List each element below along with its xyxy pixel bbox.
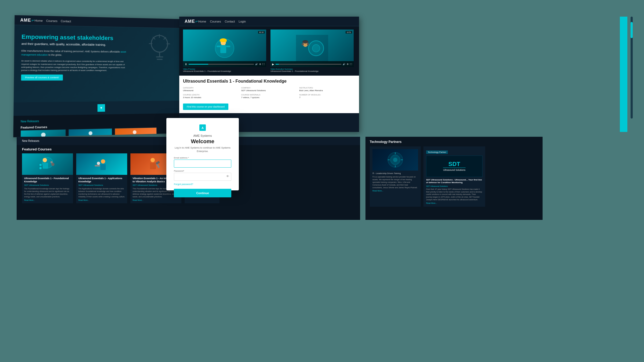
svg-point-13 xyxy=(89,131,92,135)
bg-website-left: AME ⌐ Home Courses Contact Empowering as… xyxy=(13,15,183,137)
worker-illustration xyxy=(208,35,241,62)
svg-point-40 xyxy=(101,159,105,164)
bottom-card-1-read-more[interactable]: Read More... xyxy=(24,199,71,201)
sdt-logo-area: SDT Ultrasound Solutions xyxy=(426,156,482,177)
video-exec-progress-bar[interactable] xyxy=(276,64,341,65)
main-nav: AME ⌐ Home Courses Contact Login xyxy=(179,17,359,26)
bg-logo: AME ⌐ xyxy=(20,17,35,23)
conscious-badge: ® - Leadership Driven Taining xyxy=(372,172,418,175)
preview-cta-button[interactable]: Preview all courses & content! xyxy=(21,75,63,81)
main-nav-login[interactable]: Login xyxy=(239,20,246,23)
bottom-card-1-title: Ultrasound Essentials 1 - Foundational K… xyxy=(24,177,71,183)
video-exec-controls[interactable]: ▶ 🔊 ⚙ ⛶ xyxy=(270,61,354,67)
fullscreen-icon[interactable]: ⛶ xyxy=(262,63,265,65)
bg-card-3-img xyxy=(115,128,157,137)
partner-card-sdt[interactable]: Technology Partner SDT Ultrasound Soluti… xyxy=(423,146,485,207)
bottom-card-1-desc: The Foundational Knowledge domain lays t… xyxy=(24,187,71,198)
video-preview-caption: Video Preview: Ultrasound Essentials 1 -… xyxy=(183,67,268,72)
bg-nav-links: Home Courses Contact xyxy=(35,19,71,23)
bottom-card-2[interactable]: Ultrasound Essentials 1 - Applications K… xyxy=(76,153,127,203)
forgot-password-link[interactable]: Forgot password? xyxy=(174,183,231,186)
card1-illustration xyxy=(37,155,58,173)
sdt-company: SDT Ultrasound Solutions xyxy=(426,185,482,187)
meta-category: Category: Ultrasound xyxy=(183,87,239,92)
video-preview-thumb[interactable]: 00:32 ⏸ 🔊 ⚙ ⛶ xyxy=(183,29,266,67)
conscious-logo-svg xyxy=(379,150,411,169)
modal-logo-svg: A xyxy=(199,124,206,131)
email-input[interactable] xyxy=(174,160,231,168)
volume-icon[interactable]: 🔊 xyxy=(255,63,258,65)
show-password-icon[interactable]: 👁 xyxy=(226,175,229,178)
bottom-card-3-read-more[interactable]: Read More... xyxy=(133,199,179,201)
svg-rect-21 xyxy=(220,40,227,42)
main-nav-home[interactable]: Home xyxy=(198,20,206,23)
password-input[interactable] xyxy=(174,173,231,181)
svg-text:A: A xyxy=(202,126,204,130)
scrollbar-thumb[interactable] xyxy=(631,22,633,38)
meta-materials: Course Materials: 7 videos, 7 quizzes xyxy=(241,94,297,99)
continue-button[interactable]: Continue xyxy=(174,189,231,197)
modal-title: Welcome xyxy=(174,138,231,145)
video-progress-bar[interactable] xyxy=(189,64,254,65)
dashboard-button[interactable]: Find this course on your dashboard xyxy=(183,104,228,110)
sdt-read-more[interactable]: Read More... xyxy=(426,202,482,204)
main-nav-courses[interactable]: Courses xyxy=(210,20,221,23)
bottom-card-2-read-more[interactable]: Read More... xyxy=(78,199,125,201)
bg-card-1-img xyxy=(21,130,65,137)
video-time-badge: 00:32 xyxy=(258,31,265,34)
course-detail: Ultrasound Essentials 1 - Foundational K… xyxy=(179,76,359,113)
partner-card-conscious[interactable]: ® - Leadership Driven Taining ® is a spe… xyxy=(370,146,421,207)
settings-icon[interactable]: ⚙ xyxy=(259,63,261,65)
bg-card-1[interactable]: Ultrasound Essentials 1 - Foundational K… xyxy=(20,129,66,137)
sdt-logo-text: SDT xyxy=(443,161,465,167)
new-releases-text: New Releases xyxy=(22,139,39,142)
sdt-subtitle: Ultrasound Solutions xyxy=(443,168,465,171)
main-nav-contact[interactable]: Contact xyxy=(225,20,235,23)
svg-point-42 xyxy=(97,162,100,165)
video-preview-title: Ultrasound Essentials 1 - Foundational K… xyxy=(183,70,268,72)
bg-nav-home[interactable]: Home xyxy=(35,19,43,22)
svg-point-27 xyxy=(312,45,320,52)
bottom-card-1[interactable]: Ultrasound Essentials 1 - Foundational K… xyxy=(22,153,73,203)
bottom-card-2-body: Ultrasound Essentials 1 - Applications K… xyxy=(76,175,127,203)
meta-length-value: 3 hours 10 minutes xyxy=(183,96,239,99)
svg-point-31 xyxy=(307,43,309,45)
videos-row: 00:32 ⏸ 🔊 ⚙ ⛶ Video Preview: Ultrasound … xyxy=(179,26,359,76)
bottom-card-2-company: SDT Ultrasound Solutions xyxy=(78,184,125,186)
main-website: AME ⌐ Home Courses Contact Login xyxy=(179,17,359,132)
card3-illustration xyxy=(145,155,167,173)
bg-hero-body2: An asset is deemed reliable when it deli… xyxy=(21,60,130,72)
video-exec-thumb[interactable]: 10:51 ▶ 🔊 ⚙ ⛶ xyxy=(270,29,354,67)
meta-length: Course Length: 3 hours 10 minutes xyxy=(183,94,239,99)
tech-partners-title: Technology Partners xyxy=(370,140,538,144)
svg-point-34 xyxy=(43,158,47,162)
play-icon[interactable]: ▶ xyxy=(272,63,274,66)
bg-nav-courses[interactable]: Courses xyxy=(46,19,57,23)
meta-category-value: Ultrasound xyxy=(183,89,239,92)
lightbulb-icon xyxy=(147,33,172,64)
right-strip xyxy=(620,17,627,132)
bg-card-3[interactable]: Vibration Essentials 1 - An Introduction… xyxy=(115,127,157,137)
password-form-group: Password* 👁 xyxy=(174,170,231,181)
video-controls[interactable]: ⏸ 🔊 ⚙ ⛶ xyxy=(183,61,266,67)
svg-point-53 xyxy=(393,158,397,162)
pause-icon[interactable]: ⏸ xyxy=(185,63,187,66)
meta-modules-value: 7 xyxy=(299,96,355,99)
scrollbar[interactable] xyxy=(631,17,633,119)
svg-rect-35 xyxy=(43,163,48,169)
bg-nav-contact[interactable]: Contact xyxy=(61,19,71,23)
exec-volume-icon[interactable]: 🔊 xyxy=(343,63,345,65)
bg-card-2[interactable]: Ultrasound Essentials 1 - Applications K… xyxy=(68,128,112,137)
sdt-badge: Technology Partner xyxy=(426,150,448,154)
new-releases-label: New Releases xyxy=(21,117,177,123)
meta-length-label: Course Length: xyxy=(183,94,239,96)
svg-point-44 xyxy=(151,158,155,162)
card-figure-1 xyxy=(21,130,65,137)
exec-fullscreen-icon[interactable]: ⛶ xyxy=(350,63,352,65)
conscious-read-more[interactable]: Read More... xyxy=(372,190,418,192)
exec-settings-icon[interactable]: ⚙ xyxy=(347,63,349,65)
arrow-down-icon[interactable]: ▼ xyxy=(97,104,105,112)
svg-point-39 xyxy=(51,163,54,166)
meta-modules-label: Number of Modules: xyxy=(299,94,355,96)
machine-illustration xyxy=(296,35,328,62)
